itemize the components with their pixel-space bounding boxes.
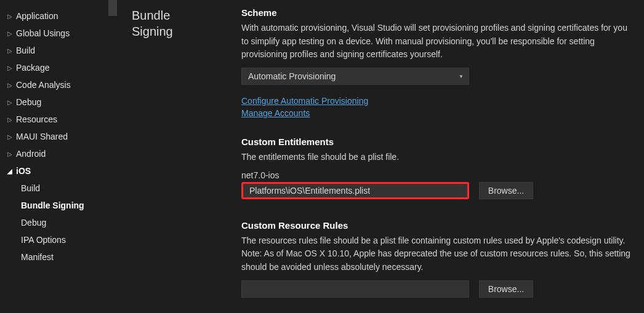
target-label: net7.0-ios xyxy=(241,170,633,180)
sidebar-item-global-usings[interactable]: ▷ Global Usings xyxy=(0,25,117,42)
chevron-down-icon: ▼ xyxy=(459,74,464,79)
sidebar-item-package[interactable]: ▷ Package xyxy=(0,59,117,76)
main-content: Scheme With automatic provisioning, Visu… xyxy=(228,0,644,313)
chevron-right-icon: ▷ xyxy=(7,116,16,123)
dropdown-value: Automatic Provisioning xyxy=(248,71,336,81)
sidebar-subitem-debug[interactable]: Debug xyxy=(0,214,117,231)
sidebar-item-debug[interactable]: ▷ Debug xyxy=(0,93,117,111)
sidebar-item-label: Bundle Signing xyxy=(21,200,84,210)
scheme-heading: Scheme xyxy=(241,7,633,18)
sidebar-item-label: IPA Options xyxy=(21,235,66,245)
entitlements-field-row: Browse... xyxy=(241,182,633,199)
chevron-right-icon: ▷ xyxy=(7,65,16,71)
sidebar-subitem-manifest[interactable]: Manifest xyxy=(0,248,117,266)
section-title-line1: Bundle xyxy=(132,9,170,22)
sidebar-item-label: MAUI Shared xyxy=(16,132,68,141)
chevron-right-icon: ▷ xyxy=(7,47,16,54)
sidebar-item-label: Code Analysis xyxy=(16,80,71,90)
sidebar-item-label: Build xyxy=(16,46,35,55)
sidebar-item-label: Debug xyxy=(21,218,46,228)
chevron-right-icon: ▷ xyxy=(7,133,16,140)
entitlements-browse-button[interactable]: Browse... xyxy=(479,182,533,199)
resource-rules-description: The resources rules file should be a pli… xyxy=(241,234,633,274)
sidebar-item-label: Android xyxy=(16,149,46,159)
sidebar-item-code-analysis[interactable]: ▷ Code Analysis xyxy=(0,76,117,93)
sidebar-item-label: Global Usings xyxy=(16,28,70,38)
sidebar-item-label: Resources xyxy=(16,114,57,124)
resource-rules-browse-button[interactable]: Browse... xyxy=(479,280,533,298)
entitlements-path-input[interactable] xyxy=(241,182,469,199)
chevron-right-icon: ▷ xyxy=(7,13,16,20)
section-title: Bundle Signing xyxy=(132,7,222,39)
sidebar-item-label: Build xyxy=(21,183,40,193)
entitlements-heading: Custom Entitlements xyxy=(241,137,633,147)
sidebar-item-label: Package xyxy=(16,63,49,73)
sidebar-subitem-bundle-signing[interactable]: Bundle Signing xyxy=(0,197,117,214)
section-title-line2: Signing xyxy=(132,25,173,38)
manage-accounts-link[interactable]: Manage Accounts xyxy=(241,108,633,118)
sidebar-item-label: Manifest xyxy=(21,252,54,262)
chevron-right-icon: ▷ xyxy=(7,151,16,157)
sidebar-item-resources[interactable]: ▷ Resources xyxy=(0,111,117,128)
sidebar-subitem-build[interactable]: Build xyxy=(0,180,117,197)
section-title-column: Bundle Signing xyxy=(117,0,228,313)
sidebar-subitem-ipa-options[interactable]: IPA Options xyxy=(0,231,117,248)
resource-rules-heading: Custom Resource Rules xyxy=(241,220,633,231)
chevron-right-icon: ▷ xyxy=(7,99,16,106)
sidebar-item-build[interactable]: ▷ Build xyxy=(0,42,117,59)
configure-provisioning-link[interactable]: Configure Automatic Provisioning xyxy=(241,96,633,106)
entitlements-description: The entitlements file should be a plist … xyxy=(241,151,633,164)
resource-rules-field-row: Browse... xyxy=(241,280,633,298)
provisioning-dropdown[interactable]: Automatic Provisioning ▼ xyxy=(241,68,469,85)
sidebar-item-ios[interactable]: ◢ iOS xyxy=(0,162,117,180)
scrollbar-thumb[interactable] xyxy=(108,0,117,16)
sidebar-item-application[interactable]: ▷ Application xyxy=(0,7,117,25)
sidebar-item-label: iOS xyxy=(16,166,31,176)
chevron-down-icon: ◢ xyxy=(7,168,16,175)
chevron-right-icon: ▷ xyxy=(7,82,16,89)
scheme-description: With automatic provisioning, Visual Stud… xyxy=(241,22,633,61)
sidebar-item-label: Debug xyxy=(16,97,41,107)
sidebar-scrollbar[interactable] xyxy=(108,0,117,313)
resource-rules-path-input[interactable] xyxy=(241,280,469,298)
chevron-right-icon: ▷ xyxy=(7,30,16,37)
sidebar-item-maui-shared[interactable]: ▷ MAUI Shared xyxy=(0,128,117,145)
sidebar-nav: ▷ Application ▷ Global Usings ▷ Build ▷ … xyxy=(0,0,117,313)
sidebar-item-label: Application xyxy=(16,11,58,21)
sidebar-item-android[interactable]: ▷ Android xyxy=(0,145,117,162)
